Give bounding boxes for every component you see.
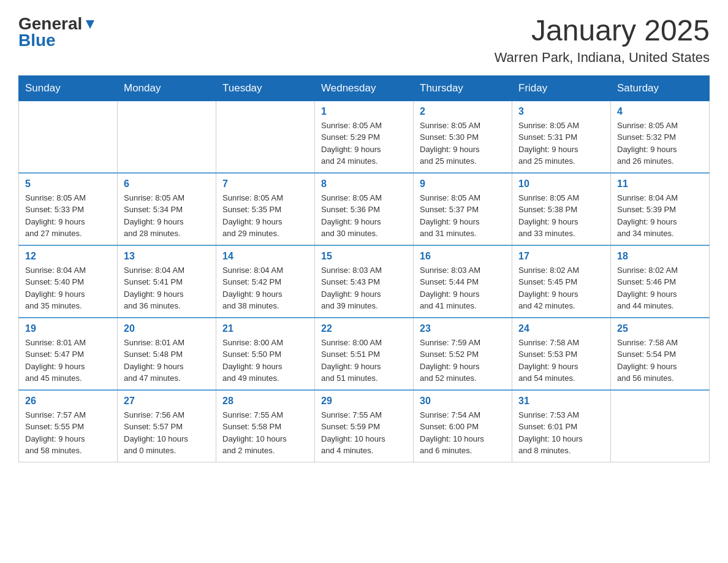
day-number: 1 (321, 106, 407, 117)
day-number: 28 (222, 396, 308, 407)
day-header-thursday: Thursday (414, 75, 512, 101)
day-number: 12 (25, 251, 111, 262)
day-cell-8: 8Sunrise: 8:05 AMSunset: 5:36 PMDaylight… (315, 173, 414, 245)
week-row-2: 5Sunrise: 8:05 AMSunset: 5:33 PMDaylight… (19, 173, 710, 245)
day-cell-20: 20Sunrise: 8:01 AMSunset: 5:48 PMDayligh… (118, 318, 216, 390)
day-info: Sunrise: 8:04 AMSunset: 5:39 PMDaylight:… (617, 192, 703, 240)
day-info: Sunrise: 7:56 AMSunset: 5:57 PMDaylight:… (124, 409, 210, 457)
day-info: Sunrise: 8:05 AMSunset: 5:36 PMDaylight:… (321, 192, 407, 240)
day-info: Sunrise: 8:02 AMSunset: 5:45 PMDaylight:… (518, 264, 604, 312)
day-cell-18: 18Sunrise: 8:02 AMSunset: 5:46 PMDayligh… (611, 245, 710, 318)
day-number: 7 (222, 178, 308, 190)
day-info: Sunrise: 7:55 AMSunset: 5:58 PMDaylight:… (222, 409, 308, 457)
day-info: Sunrise: 7:53 AMSunset: 6:01 PMDaylight:… (518, 409, 604, 457)
day-info: Sunrise: 7:55 AMSunset: 5:59 PMDaylight:… (321, 409, 407, 457)
day-cell-14: 14Sunrise: 8:04 AMSunset: 5:42 PMDayligh… (216, 245, 315, 318)
day-header-saturday: Saturday (611, 75, 710, 101)
day-info: Sunrise: 8:05 AMSunset: 5:34 PMDaylight:… (124, 192, 210, 240)
day-info: Sunrise: 8:04 AMSunset: 5:41 PMDaylight:… (124, 264, 210, 312)
day-info: Sunrise: 7:54 AMSunset: 6:00 PMDaylight:… (420, 409, 506, 457)
day-header-tuesday: Tuesday (216, 75, 315, 101)
day-info: Sunrise: 8:02 AMSunset: 5:46 PMDaylight:… (617, 264, 703, 312)
day-info: Sunrise: 8:04 AMSunset: 5:40 PMDaylight:… (25, 264, 111, 312)
day-cell-2: 2Sunrise: 8:05 AMSunset: 5:30 PMDaylight… (414, 101, 512, 173)
day-number: 27 (124, 396, 210, 407)
day-cell-31: 31Sunrise: 7:53 AMSunset: 6:01 PMDayligh… (512, 390, 611, 462)
day-cell-17: 17Sunrise: 8:02 AMSunset: 5:45 PMDayligh… (512, 245, 611, 318)
day-header-monday: Monday (118, 75, 216, 101)
day-info: Sunrise: 7:58 AMSunset: 5:53 PMDaylight:… (518, 337, 604, 385)
day-cell-6: 6Sunrise: 8:05 AMSunset: 5:34 PMDaylight… (118, 173, 216, 245)
week-row-4: 19Sunrise: 8:01 AMSunset: 5:47 PMDayligh… (19, 318, 710, 390)
day-number: 22 (321, 323, 407, 334)
day-number: 31 (518, 396, 604, 407)
day-info: Sunrise: 8:05 AMSunset: 5:29 PMDaylight:… (321, 120, 407, 167)
empty-cell (611, 390, 710, 462)
day-cell-12: 12Sunrise: 8:04 AMSunset: 5:40 PMDayligh… (19, 245, 118, 318)
day-cell-25: 25Sunrise: 7:58 AMSunset: 5:54 PMDayligh… (611, 318, 710, 390)
logo-triangle-icon (83, 18, 97, 31)
empty-cell (216, 101, 315, 173)
day-number: 14 (222, 251, 308, 262)
day-info: Sunrise: 7:57 AMSunset: 5:55 PMDaylight:… (25, 409, 111, 457)
day-info: Sunrise: 8:03 AMSunset: 5:44 PMDaylight:… (420, 264, 506, 312)
day-info: Sunrise: 8:05 AMSunset: 5:32 PMDaylight:… (617, 120, 703, 167)
calendar-table: SundayMondayTuesdayWednesdayThursdayFrid… (18, 75, 710, 462)
day-number: 17 (518, 251, 604, 262)
empty-cell (19, 101, 118, 173)
day-number: 18 (617, 251, 703, 262)
location-title: Warren Park, Indiana, United States (495, 50, 710, 66)
day-cell-29: 29Sunrise: 7:55 AMSunset: 5:59 PMDayligh… (315, 390, 414, 462)
page-header: General Blue January 2025 Warren Park, I… (18, 15, 710, 66)
day-info: Sunrise: 8:01 AMSunset: 5:48 PMDaylight:… (124, 337, 210, 385)
day-number: 19 (25, 323, 111, 334)
day-number: 10 (518, 178, 604, 190)
day-cell-13: 13Sunrise: 8:04 AMSunset: 5:41 PMDayligh… (118, 245, 216, 318)
day-header-friday: Friday (512, 75, 611, 101)
day-number: 16 (420, 251, 506, 262)
day-cell-30: 30Sunrise: 7:54 AMSunset: 6:00 PMDayligh… (414, 390, 512, 462)
empty-cell (118, 101, 216, 173)
day-cell-9: 9Sunrise: 8:05 AMSunset: 5:37 PMDaylight… (414, 173, 512, 245)
day-info: Sunrise: 8:05 AMSunset: 5:35 PMDaylight:… (222, 192, 308, 240)
day-info: Sunrise: 8:05 AMSunset: 5:31 PMDaylight:… (518, 120, 604, 167)
day-info: Sunrise: 7:58 AMSunset: 5:54 PMDaylight:… (617, 337, 703, 385)
week-row-1: 1Sunrise: 8:05 AMSunset: 5:29 PMDaylight… (19, 101, 710, 173)
day-number: 21 (222, 323, 308, 334)
day-info: Sunrise: 8:05 AMSunset: 5:38 PMDaylight:… (518, 192, 604, 240)
day-cell-7: 7Sunrise: 8:05 AMSunset: 5:35 PMDaylight… (216, 173, 315, 245)
day-info: Sunrise: 8:00 AMSunset: 5:51 PMDaylight:… (321, 337, 407, 385)
day-info: Sunrise: 8:05 AMSunset: 5:37 PMDaylight:… (420, 192, 506, 240)
day-info: Sunrise: 7:59 AMSunset: 5:52 PMDaylight:… (420, 337, 506, 385)
day-cell-23: 23Sunrise: 7:59 AMSunset: 5:52 PMDayligh… (414, 318, 512, 390)
day-cell-21: 21Sunrise: 8:00 AMSunset: 5:50 PMDayligh… (216, 318, 315, 390)
day-number: 8 (321, 178, 407, 190)
day-number: 5 (25, 178, 111, 190)
day-number: 13 (124, 251, 210, 262)
svg-marker-0 (86, 20, 94, 29)
day-cell-15: 15Sunrise: 8:03 AMSunset: 5:43 PMDayligh… (315, 245, 414, 318)
day-cell-5: 5Sunrise: 8:05 AMSunset: 5:33 PMDaylight… (19, 173, 118, 245)
day-number: 6 (124, 178, 210, 190)
day-number: 2 (420, 106, 506, 117)
day-info: Sunrise: 8:05 AMSunset: 5:30 PMDaylight:… (420, 120, 506, 167)
day-header-wednesday: Wednesday (315, 75, 414, 101)
day-cell-26: 26Sunrise: 7:57 AMSunset: 5:55 PMDayligh… (19, 390, 118, 462)
month-title: January 2025 (495, 15, 710, 47)
day-number: 29 (321, 396, 407, 407)
day-number: 25 (617, 323, 703, 334)
day-number: 11 (617, 178, 703, 190)
logo: General Blue (18, 15, 97, 50)
day-header-sunday: Sunday (19, 75, 118, 101)
day-cell-3: 3Sunrise: 8:05 AMSunset: 5:31 PMDaylight… (512, 101, 611, 173)
day-number: 20 (124, 323, 210, 334)
day-cell-11: 11Sunrise: 8:04 AMSunset: 5:39 PMDayligh… (611, 173, 710, 245)
day-number: 9 (420, 178, 506, 190)
day-cell-22: 22Sunrise: 8:00 AMSunset: 5:51 PMDayligh… (315, 318, 414, 390)
day-header-row: SundayMondayTuesdayWednesdayThursdayFrid… (19, 75, 710, 101)
day-info: Sunrise: 8:00 AMSunset: 5:50 PMDaylight:… (222, 337, 308, 385)
day-number: 4 (617, 106, 703, 117)
logo-blue-text: Blue (18, 31, 97, 50)
day-cell-4: 4Sunrise: 8:05 AMSunset: 5:32 PMDaylight… (611, 101, 710, 173)
week-row-3: 12Sunrise: 8:04 AMSunset: 5:40 PMDayligh… (19, 245, 710, 318)
